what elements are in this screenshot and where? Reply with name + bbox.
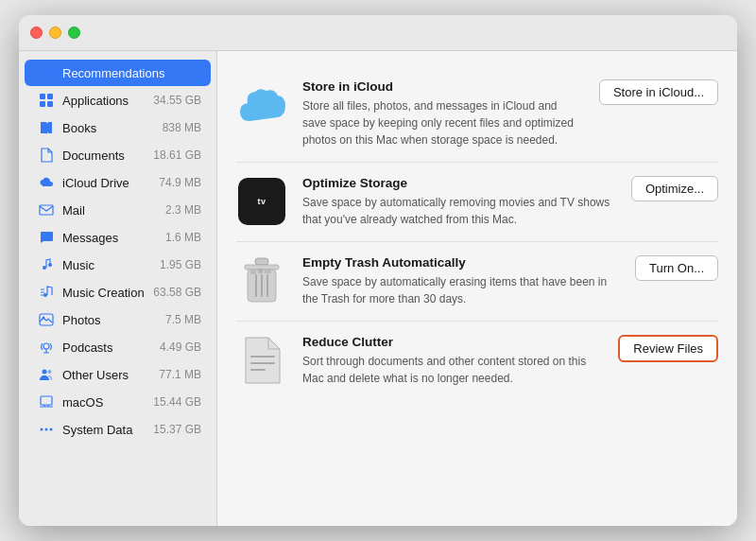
window: RecommendationsApplications34.55 GBBooks…	[19, 15, 737, 526]
svg-rect-20	[250, 270, 256, 274]
sidebar-item-size: 1.6 MB	[165, 231, 201, 244]
sidebar-item-size: 63.58 GB	[153, 286, 201, 299]
sidebar-item-label: Documents	[62, 148, 146, 163]
rec-action-area: Review Files	[618, 335, 718, 362]
svg-point-8	[43, 370, 47, 375]
sidebar-item-podcasts[interactable]: Podcasts4.49 GB	[25, 334, 211, 360]
sidebar-item-label: Photos	[62, 313, 158, 327]
sidebar-item-size: 4.49 GB	[160, 340, 201, 354]
content-area: RecommendationsApplications34.55 GBBooks…	[19, 51, 737, 526]
sidebar-item-label: Messages	[62, 231, 158, 245]
sidebar-item-system-data[interactable]: System Data15.37 GB	[25, 416, 211, 443]
svg-rect-3	[47, 101, 53, 107]
recommendation-trash: Empty Trash AutomaticallySave space by a…	[236, 242, 718, 322]
sidebar-item-label: Music Creation	[62, 286, 146, 300]
sidebar-item-mail[interactable]: Mail2.3 MB	[25, 197, 211, 223]
recommendation-clutter: Reduce ClutterSort through documents and…	[236, 322, 718, 400]
sidebar-item-size: 74.9 MB	[159, 176, 201, 189]
rec-action-area: Optimize...	[631, 176, 718, 201]
icloud-icon	[236, 79, 287, 131]
sidebar-item-photos[interactable]: Photos7.5 MB	[25, 306, 211, 333]
sidebar-item-size: 77.1 MB	[159, 368, 201, 381]
icloud-action-button[interactable]: Store in iCloud...	[599, 79, 718, 105]
sidebar-item-label: iCloud Drive	[62, 176, 151, 190]
svg-point-12	[45, 428, 48, 431]
main-panel: Store in iCloudStore all files, photos, …	[217, 51, 737, 526]
rec-title: Store in iCloud	[302, 79, 584, 94]
sidebar: RecommendationsApplications34.55 GBBooks…	[19, 51, 217, 526]
sidebar-item-label: macOS	[62, 395, 146, 410]
sidebar-item-music[interactable]: Music1.95 GB	[25, 252, 211, 278]
sidebar-item-icloud-drive[interactable]: iCloud Drive74.9 MB	[25, 169, 211, 196]
rec-body: Optimize StorageSave space by automatica…	[302, 176, 616, 228]
svg-point-13	[50, 428, 53, 431]
trash-icon	[236, 255, 287, 306]
svg-rect-21	[258, 269, 263, 273]
doc-icon	[38, 147, 55, 164]
rec-title: Reduce Clutter	[302, 335, 603, 349]
recommendation-optimize: tvOptimize StorageSave space by automati…	[236, 163, 718, 242]
sidebar-item-macos[interactable]: macOS15.44 GB	[25, 389, 211, 415]
sidebar-item-applications[interactable]: Applications34.55 GB	[25, 87, 211, 113]
svg-rect-10	[41, 396, 52, 405]
svg-point-7	[43, 343, 49, 349]
sidebar-item-label: Applications	[62, 94, 146, 108]
sidebar-item-label: Other Users	[62, 368, 151, 382]
traffic-lights	[30, 26, 80, 39]
svg-rect-2	[40, 101, 45, 107]
close-button[interactable]	[30, 26, 43, 39]
sidebar-item-other-users[interactable]: Other Users77.1 MB	[25, 361, 211, 388]
svg-rect-14	[255, 258, 268, 265]
rec-title: Optimize Storage	[302, 176, 616, 190]
rec-action-area: Turn On...	[635, 255, 718, 281]
sidebar-item-recommendations[interactable]: Recommendations	[25, 60, 211, 86]
rec-description: Save space by automatically removing mov…	[302, 194, 616, 228]
appletv-label: tv	[257, 197, 266, 206]
sidebar-item-label: Music	[62, 258, 152, 272]
mac-icon	[38, 393, 55, 410]
book-icon	[38, 119, 55, 136]
sidebar-item-label: Mail	[62, 203, 158, 218]
rec-description: Save space by automatically erasing item…	[302, 273, 620, 307]
music-icon	[38, 256, 55, 273]
sidebar-item-size: 1.95 GB	[160, 258, 201, 271]
photo-icon	[38, 311, 55, 328]
appletv-icon: tv	[236, 176, 287, 227]
fullscreen-button[interactable]	[68, 26, 80, 39]
app-icon	[38, 92, 55, 109]
sidebar-item-label: Recommendations	[62, 66, 201, 80]
titlebar	[19, 15, 737, 51]
podcast-icon	[38, 339, 55, 356]
rec-body: Empty Trash AutomaticallySave space by a…	[302, 255, 620, 307]
minimize-button[interactable]	[49, 26, 61, 39]
rec-title: Empty Trash Automatically	[302, 255, 620, 270]
rec-action-area: Store in iCloud...	[599, 79, 718, 105]
sidebar-item-size: 7.5 MB	[165, 313, 201, 326]
rec-body: Store in iCloudStore all files, photos, …	[302, 79, 584, 148]
sidebar-item-label: Podcasts	[62, 340, 152, 355]
optimize-action-button[interactable]: Optimize...	[631, 176, 718, 201]
svg-rect-1	[47, 94, 53, 99]
sidebar-item-books[interactable]: Books838 MB	[25, 114, 211, 141]
sidebar-item-label: Books	[62, 121, 155, 135]
sidebar-item-size: 34.55 GB	[153, 94, 201, 107]
sidebar-item-label: System Data	[62, 423, 146, 437]
sidebar-item-documents[interactable]: Documents18.61 GB	[25, 142, 211, 168]
recommendation-icloud: Store in iCloudStore all files, photos, …	[236, 66, 718, 163]
star-icon	[38, 64, 55, 81]
clutter-action-button[interactable]: Review Files	[618, 335, 718, 362]
doc-icon	[236, 335, 287, 386]
dots-icon	[38, 421, 55, 438]
message-icon	[38, 229, 55, 246]
sidebar-item-music-creation[interactable]: Music Creation63.58 GB	[25, 279, 211, 305]
sidebar-item-messages[interactable]: Messages1.6 MB	[25, 224, 211, 251]
cloud-icon	[38, 174, 55, 191]
sidebar-item-size: 15.37 GB	[153, 423, 201, 436]
sidebar-item-size: 838 MB	[163, 121, 201, 134]
mail-icon	[38, 201, 55, 218]
music2-icon	[38, 284, 55, 301]
trash-action-button[interactable]: Turn On...	[635, 255, 718, 281]
sidebar-item-size: 2.3 MB	[165, 203, 201, 217]
svg-rect-22	[265, 270, 271, 273]
rec-description: Store all files, photos, and messages in…	[302, 97, 584, 148]
